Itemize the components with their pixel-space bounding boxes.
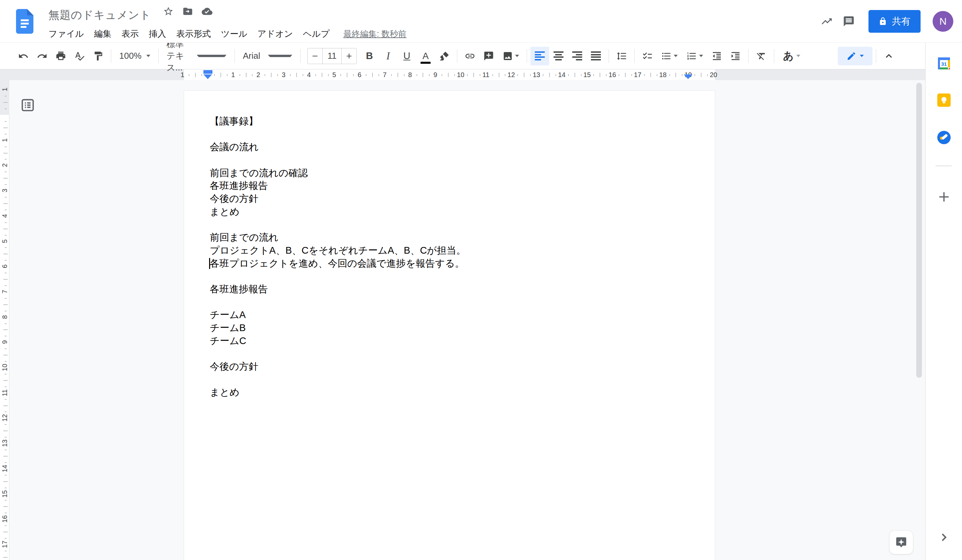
font-size-increase-button[interactable]: +: [342, 48, 357, 64]
highlight-color-button[interactable]: [435, 47, 454, 65]
bulleted-list-button[interactable]: [657, 47, 682, 65]
numbered-list-button[interactable]: [682, 47, 707, 65]
docs-logo-icon[interactable]: [16, 9, 34, 34]
menu-help[interactable]: ヘルプ: [298, 27, 335, 40]
ruler-tick: [5, 134, 7, 135]
ruler-number: 1: [0, 85, 10, 94]
menu-format[interactable]: 表示形式: [171, 27, 216, 40]
print-button[interactable]: [52, 47, 70, 65]
move-folder-icon[interactable]: [182, 6, 193, 18]
ruler-tick: [5, 121, 7, 122]
zoom-select[interactable]: 100%: [115, 47, 155, 65]
doc-line[interactable]: 今後の方針: [210, 360, 691, 373]
left-indent-marker[interactable]: [203, 74, 212, 79]
menu-edit[interactable]: 編集: [89, 27, 116, 40]
paragraph-style-select[interactable]: 標準テキス...: [162, 47, 231, 65]
doc-line[interactable]: 前回までの流れの確認: [210, 167, 691, 180]
doc-line[interactable]: [210, 270, 691, 283]
menu-view[interactable]: 表示: [116, 27, 144, 40]
insert-link-button[interactable]: [461, 47, 479, 65]
hide-side-panel-button[interactable]: [937, 531, 951, 544]
explore-sparkle-icon: [894, 536, 908, 549]
ruler-tick: [366, 74, 366, 76]
font-size-value[interactable]: 11: [322, 48, 342, 64]
line-spacing-button[interactable]: [612, 47, 631, 65]
spellcheck-button[interactable]: [70, 47, 89, 65]
ruler-tick: [644, 74, 645, 76]
align-left-button[interactable]: [531, 47, 549, 65]
align-right-button[interactable]: [568, 47, 586, 65]
vertical-ruler[interactable]: 11234567891011121314151617: [0, 80, 9, 560]
doc-line[interactable]: 各班進捗報告: [210, 179, 691, 192]
doc-line[interactable]: [210, 347, 691, 360]
text-color-button[interactable]: A: [416, 47, 435, 65]
add-comment-button[interactable]: [479, 47, 498, 65]
italic-button[interactable]: I: [379, 47, 397, 65]
last-edit-link[interactable]: 最終編集: 数秒前: [344, 28, 407, 39]
ruler-tick: [221, 73, 221, 77]
account-avatar[interactable]: N: [933, 11, 953, 32]
doc-line[interactable]: 会議の流れ: [210, 140, 691, 153]
comments-icon[interactable]: [838, 10, 860, 32]
page[interactable]: 【議事録】 会議の流れ 前回までの流れの確認各班進捗報告今後の方針まとめ 前回ま…: [184, 91, 715, 560]
first-line-indent-marker[interactable]: [203, 70, 212, 74]
bold-button[interactable]: B: [360, 47, 379, 65]
ruler-tick: [195, 73, 196, 77]
doc-line[interactable]: [210, 128, 691, 141]
doc-line[interactable]: チームC: [210, 335, 691, 348]
google-tasks-icon[interactable]: [936, 129, 952, 145]
menu-addons[interactable]: アドオン: [253, 27, 298, 40]
doc-line[interactable]: チームA: [210, 308, 691, 321]
editing-mode-button[interactable]: [838, 47, 873, 65]
doc-line[interactable]: 前回までの流れ: [210, 231, 691, 244]
doc-line[interactable]: [210, 153, 691, 167]
get-addons-button[interactable]: [936, 189, 952, 205]
font-select[interactable]: Arial: [238, 47, 297, 65]
justify-button[interactable]: [586, 47, 605, 65]
horizontal-ruler[interactable]: 11234567891011121314151617181920: [0, 69, 962, 80]
hide-menus-button[interactable]: [880, 47, 898, 65]
checklist-button[interactable]: [638, 47, 657, 65]
doc-line[interactable]: プロジェクトA、B、CをそれぞれチームA、B、Cが担当。: [210, 244, 691, 257]
undo-button[interactable]: [14, 47, 33, 65]
paint-format-button[interactable]: [89, 47, 108, 65]
share-button[interactable]: 共有: [868, 10, 921, 33]
menu-insert[interactable]: 挿入: [144, 27, 171, 40]
toolbar-separator: [876, 49, 876, 63]
ruler-tick: [448, 73, 449, 77]
document-title[interactable]: 無題のドキュメント: [48, 9, 151, 21]
underline-button[interactable]: U: [397, 47, 416, 65]
doc-line[interactable]: [210, 296, 691, 309]
clear-formatting-button[interactable]: [752, 47, 771, 65]
doc-line[interactable]: まとめ: [210, 386, 691, 399]
explore-button[interactable]: [889, 530, 913, 554]
google-calendar-icon[interactable]: 31: [936, 55, 952, 71]
menu-file[interactable]: ファイル: [48, 27, 89, 40]
menu-tools[interactable]: ツール: [216, 27, 252, 40]
redo-button[interactable]: [33, 47, 52, 65]
doc-line[interactable]: 【議事録】: [210, 115, 691, 128]
right-indent-marker[interactable]: [684, 74, 692, 79]
vertical-scrollbar[interactable]: [916, 83, 922, 378]
ruler-number: 12: [0, 413, 10, 423]
star-icon[interactable]: [163, 6, 174, 18]
decrease-indent-button[interactable]: [707, 47, 726, 65]
input-tools-button[interactable]: あ: [778, 47, 805, 65]
doc-line[interactable]: まとめ: [210, 205, 691, 218]
document-text[interactable]: 【議事録】 会議の流れ 前回までの流れの確認各班進捗報告今後の方針まとめ 前回ま…: [210, 115, 691, 399]
align-center-button[interactable]: [549, 47, 568, 65]
doc-line[interactable]: [210, 373, 691, 386]
doc-line[interactable]: チームB: [210, 321, 691, 335]
ruler-tick: [3, 279, 8, 280]
font-size-decrease-button[interactable]: −: [308, 48, 322, 64]
cloud-saved-icon[interactable]: [202, 6, 212, 18]
insights-icon[interactable]: [816, 10, 838, 32]
doc-line[interactable]: [210, 218, 691, 231]
increase-indent-button[interactable]: [726, 47, 745, 65]
insert-image-button[interactable]: [498, 47, 523, 65]
google-keep-icon[interactable]: [936, 92, 952, 108]
doc-line[interactable]: 今後の方針: [210, 192, 691, 205]
doc-line[interactable]: 各班プロジェクトを進め、今回の会議で進捗を報告する。: [210, 257, 691, 270]
doc-line[interactable]: 各班進捗報告: [210, 283, 691, 296]
show-outline-icon[interactable]: [20, 97, 36, 113]
